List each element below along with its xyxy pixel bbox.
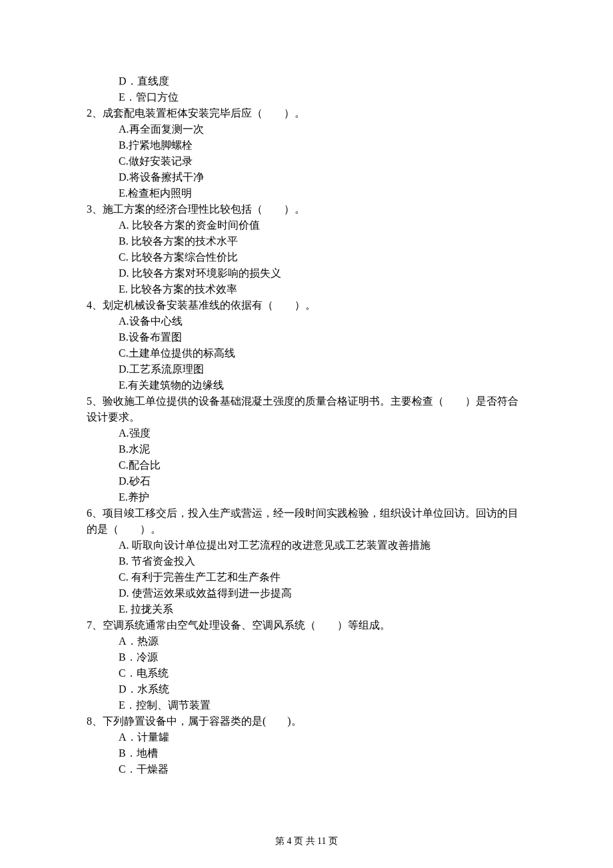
option: A. 听取向设计单位提出对工艺流程的改进意见或工艺装置改善措施 bbox=[87, 537, 526, 553]
option: E. 比较各方案的技术效率 bbox=[87, 281, 526, 297]
option: C. 有利于完善生产工艺和生产条件 bbox=[87, 569, 526, 585]
page-container: D．直线度 E．管口方位 2、成套配电装置柜体安装完毕后应（ ）。 A.再全面复… bbox=[0, 0, 613, 868]
option: B. 比较各方案的技术水平 bbox=[87, 233, 526, 249]
option: C.做好安装记录 bbox=[87, 153, 526, 169]
option: E. 拉拢关系 bbox=[87, 601, 526, 617]
question-stem: 4、划定机械设备安装基准线的依据有（ ）。 bbox=[87, 297, 526, 313]
pre-option: D．直线度 bbox=[87, 73, 526, 89]
option: B.拧紧地脚螺栓 bbox=[87, 137, 526, 153]
question-stem: 6、项目竣工移交后，投入生产或营运，经一段时间实践检验，组织设计单位回访。回访的… bbox=[87, 505, 526, 537]
question-stem: 7、空调系统通常由空气处理设备、空调风系统（ ）等组成。 bbox=[87, 617, 526, 633]
option: E.养护 bbox=[87, 489, 526, 505]
option: B．冷源 bbox=[87, 649, 526, 665]
option: C.土建单位提供的标高线 bbox=[87, 345, 526, 361]
option: E.有关建筑物的边缘线 bbox=[87, 377, 526, 393]
option: D．水系统 bbox=[87, 681, 526, 697]
option: E．控制、调节装置 bbox=[87, 697, 526, 713]
pre-option: E．管口方位 bbox=[87, 89, 526, 105]
option: A.强度 bbox=[87, 425, 526, 441]
page-footer: 第 4 页 共 11 页 bbox=[0, 834, 613, 848]
option: E.检查柜内照明 bbox=[87, 185, 526, 201]
option: A.设备中心线 bbox=[87, 313, 526, 329]
option: D.工艺系流原理图 bbox=[87, 361, 526, 377]
option: D.砂石 bbox=[87, 473, 526, 489]
option: D. 比较各方案对环境影响的损失义 bbox=[87, 265, 526, 281]
question-stem: 2、成套配电装置柜体安装完毕后应（ ）。 bbox=[87, 105, 526, 121]
option: B.水泥 bbox=[87, 441, 526, 457]
option: B.设备布置图 bbox=[87, 329, 526, 345]
question-stem: 8、下列静置设备中，属于容器类的是( )。 bbox=[87, 713, 526, 729]
option: A．计量罐 bbox=[87, 729, 526, 745]
option: C．电系统 bbox=[87, 665, 526, 681]
option: A.再全面复测一次 bbox=[87, 121, 526, 137]
option: A．热源 bbox=[87, 633, 526, 649]
option: B. 节省资金投入 bbox=[87, 553, 526, 569]
option: A. 比较各方案的资金时间价值 bbox=[87, 217, 526, 233]
question-stem: 3、施工方案的经济合理性比较包括（ ）。 bbox=[87, 201, 526, 217]
question-stem: 5、验收施工单位提供的设备基础混凝土强度的质量合格证明书。主要检查（ ）是否符合… bbox=[87, 393, 526, 425]
option: B．地槽 bbox=[87, 745, 526, 761]
option: D.将设备擦拭干净 bbox=[87, 169, 526, 185]
option: C. 比较各方案综合性价比 bbox=[87, 249, 526, 265]
option: C.配合比 bbox=[87, 457, 526, 473]
option: C．干燥器 bbox=[87, 761, 526, 777]
option: D. 使营运效果或效益得到进一步提高 bbox=[87, 585, 526, 601]
